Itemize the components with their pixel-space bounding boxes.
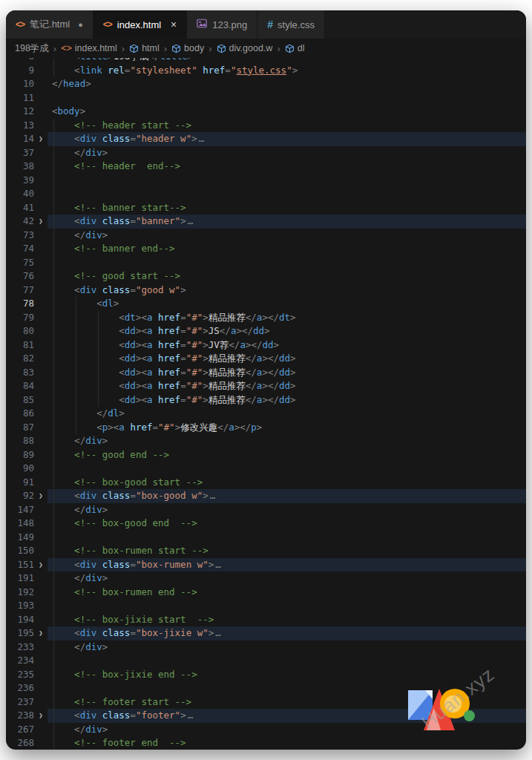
line-content[interactable]: </div>	[47, 229, 526, 243]
line-content[interactable]: </div>	[47, 571, 526, 586]
line-content[interactable]: <dd><a href="#">JV荐</a></dd>	[47, 338, 526, 353]
code-line[interactable]: 238❯ <div class="footer">…	[6, 709, 526, 723]
code-line[interactable]: 148 <!-- box-good end -->	[6, 517, 526, 531]
code-line[interactable]: 147 </div>	[6, 503, 526, 517]
line-content[interactable]: <div class="banner">…	[47, 214, 526, 229]
line-content[interactable]: <body>	[47, 105, 526, 119]
line-content[interactable]: <!-- good end -->	[47, 448, 526, 462]
line-content[interactable]: <!-- box-rumen start -->	[47, 544, 526, 558]
line-content[interactable]: <!-- box-rumen end -->	[47, 586, 526, 600]
line-content[interactable]: </head>	[47, 77, 526, 91]
tab-style-css[interactable]: #style.css	[257, 10, 325, 39]
code-line[interactable]: 234	[6, 654, 526, 668]
line-content[interactable]: <title>198学成</title>	[47, 58, 526, 64]
line-content[interactable]: <!-- header start -->	[47, 119, 526, 133]
line-content[interactable]: <!-- header end-->	[47, 160, 526, 174]
code-line[interactable]: 74 <!-- banner end-->	[6, 242, 526, 256]
line-content[interactable]: <link rel="stylesheet" href="style.css">	[47, 64, 526, 78]
line-content[interactable]	[47, 174, 526, 188]
code-line[interactable]: 38 <!-- header end-->	[6, 160, 526, 174]
code-line[interactable]: 268 <!-- footer end -->	[6, 736, 526, 750]
code-line[interactable]: 84 <dd><a href="#">精品推荐</a></dd>	[6, 379, 526, 393]
line-content[interactable]: <!-- box-good start -->	[47, 476, 526, 490]
code-line[interactable]: 10</head>	[6, 77, 526, 91]
line-content[interactable]: </div>	[47, 146, 526, 160]
fold-chevron-icon[interactable]: ❯	[34, 214, 47, 229]
line-content[interactable]: <div class="good w">	[47, 284, 526, 298]
line-content[interactable]	[47, 599, 526, 613]
breadcrumb-item-div-good-w[interactable]: div.good.w	[217, 43, 273, 53]
code-line[interactable]: 11	[6, 91, 526, 105]
line-content[interactable]: <dl>	[47, 297, 526, 311]
line-content[interactable]: <!-- good start -->	[47, 269, 526, 284]
line-content[interactable]: <!-- banner end-->	[47, 242, 526, 256]
code-line[interactable]: 267 </div>	[6, 723, 526, 737]
code-line[interactable]: 87 <p><a href="#">修改兴趣</a></p>	[6, 421, 526, 435]
line-content[interactable]	[47, 681, 526, 695]
line-content[interactable]: <div class="box-rumen w">…	[47, 558, 526, 572]
line-content[interactable]: <dt><a href="#">精品推荐</a></dt>	[47, 311, 526, 325]
line-content[interactable]: </dl>	[47, 407, 526, 421]
line-content[interactable]: <div class="footer">…	[47, 709, 526, 723]
code-line[interactable]: 195❯ <div class="box-jixie w">…	[6, 626, 526, 641]
line-content[interactable]	[47, 187, 526, 201]
code-line[interactable]: 90	[6, 462, 526, 476]
line-content[interactable]: <div class="box-good w">…	[47, 489, 526, 503]
code-line[interactable]: 237 <!-- footer start -->	[6, 695, 526, 710]
code-line[interactable]: 40	[6, 187, 526, 201]
line-content[interactable]	[47, 462, 526, 476]
line-content[interactable]: <div class="box-jixie w">…	[47, 626, 526, 641]
code-line[interactable]: 233 </div>	[6, 641, 526, 655]
code-line[interactable]: 89 <!-- good end -->	[6, 448, 526, 462]
line-content[interactable]: </div>	[47, 503, 526, 517]
line-content[interactable]: <p><a href="#">修改兴趣</a></p>	[47, 421, 526, 435]
line-content[interactable]	[47, 654, 526, 668]
code-line[interactable]: 82 <dd><a href="#">精品推荐</a></dd>	[6, 352, 526, 366]
line-content[interactable]	[47, 91, 526, 105]
code-line[interactable]: 85 <dd><a href="#">精品推荐</a></dd>	[6, 393, 526, 407]
line-content[interactable]: </div>	[47, 434, 526, 448]
code-line[interactable]: 91 <!-- box-good start -->	[6, 476, 526, 490]
code-line[interactable]: 42❯ <div class="banner">…	[6, 214, 526, 229]
code-line[interactable]: 194 <!-- box-jixie start -->	[6, 613, 526, 627]
breadcrumb-item-body[interactable]: body	[171, 43, 204, 53]
code-line[interactable]: 80 <dd><a href="#">JS</a></dd>	[6, 324, 526, 338]
code-line[interactable]: 88 </div>	[6, 434, 526, 448]
code-line[interactable]: 13 <!-- header start -->	[6, 119, 526, 133]
code-line[interactable]: 192 <!-- box-rumen end -->	[6, 586, 526, 600]
tab-index-html[interactable]: <>index.html×	[93, 10, 187, 39]
code-line[interactable]: 14❯ <div class="header w">…	[6, 132, 526, 146]
code-line[interactable]: 9 <link rel="stylesheet" href="style.css…	[6, 64, 526, 78]
code-line[interactable]: 37 </div>	[6, 146, 526, 160]
code-line[interactable]: 12<body>	[6, 105, 526, 119]
code-line[interactable]: 149	[6, 531, 526, 545]
code-line[interactable]: 77 <div class="good w">	[6, 284, 526, 298]
line-content[interactable]	[47, 256, 526, 270]
line-content[interactable]: <!-- box-good end -->	[47, 517, 526, 531]
code-line[interactable]: 79 <dt><a href="#">精品推荐</a></dt>	[6, 311, 526, 325]
breadcrumb-item-198-[interactable]: 198学成	[15, 42, 49, 55]
fold-chevron-icon[interactable]: ❯	[34, 132, 47, 146]
code-line[interactable]: 41 <!-- banner start-->	[6, 201, 526, 215]
breadcrumb-item-html[interactable]: html	[129, 43, 160, 53]
line-content[interactable]: <!-- footer start -->	[47, 695, 526, 710]
breadcrumb-item-index-html[interactable]: <>index.html	[61, 43, 117, 53]
code-line[interactable]: 76 <!-- good start -->	[6, 269, 526, 284]
code-line[interactable]: 151❯ <div class="box-rumen w">…	[6, 558, 526, 572]
code-line[interactable]: 235 <!-- box-jixie end -->	[6, 668, 526, 682]
line-content[interactable]: <div class="header w">…	[47, 132, 526, 146]
code-line[interactable]: 83 <dd><a href="#">精品推荐</a></dd>	[6, 366, 526, 380]
fold-chevron-icon[interactable]: ❯	[34, 626, 47, 641]
line-content[interactable]: <!-- box-jixie start -->	[47, 613, 526, 627]
fold-chevron-icon[interactable]: ❯	[34, 558, 47, 572]
code-line[interactable]: 150 <!-- box-rumen start -->	[6, 544, 526, 558]
line-content[interactable]: <!-- box-jixie end -->	[47, 668, 526, 682]
code-editor[interactable]: 8 <title>198学成</title>9 <link rel="style…	[6, 58, 526, 750]
code-line[interactable]: 92❯ <div class="box-good w">…	[6, 489, 526, 503]
line-content[interactable]	[47, 531, 526, 545]
breadcrumb-item-dl[interactable]: dl	[285, 43, 305, 53]
line-content[interactable]: <dd><a href="#">精品推荐</a></dd>	[47, 366, 526, 380]
line-content[interactable]: <!-- banner start-->	[47, 201, 526, 215]
fold-chevron-icon[interactable]: ❯	[34, 709, 47, 723]
code-line[interactable]: 236	[6, 681, 526, 695]
